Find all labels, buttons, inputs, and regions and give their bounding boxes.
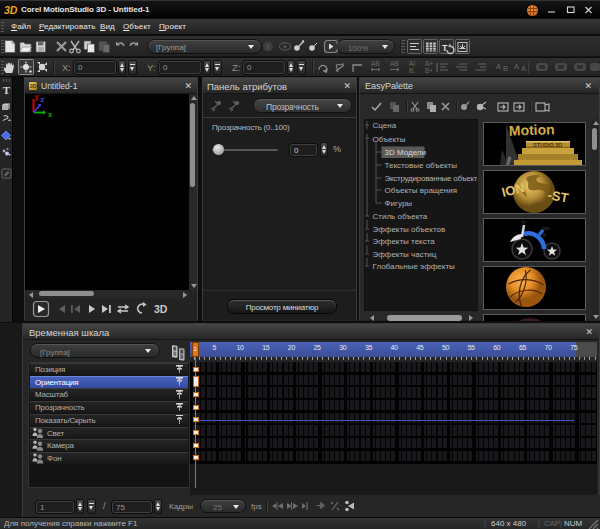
svg-text:A: A [521,64,526,73]
svg-text:Экструдированные объект: Экструдированные объект [385,174,478,183]
svg-text:B.: B. [409,67,415,74]
svg-text:AI: AI [409,60,415,67]
svg-text:A+: A+ [425,60,433,67]
svg-text:y: y [35,92,40,101]
svg-text:Эффекты частиц: Эффекты частиц [373,250,437,259]
svg-text:3D: 3D [154,303,168,315]
svg-text:Объекты вращения: Объекты вращения [385,186,458,195]
svg-text:Объекты: Объекты [373,135,406,144]
svg-text:Глобальные эффекты: Глобальные эффекты [373,262,456,271]
svg-text:z: z [41,95,45,104]
svg-text:Текстовые объекты: Текстовые объекты [385,161,458,170]
svg-text:STUDIO 3D: STUDIO 3D [533,142,562,148]
svg-text:x: x [48,110,53,119]
svg-text:Motion: Motion [509,121,555,139]
svg-text:B+: B+ [425,67,433,74]
svg-text:Фигуры: Фигуры [385,199,413,208]
svg-text:AB: AB [390,60,399,67]
svg-text:AB: AB [371,60,380,67]
svg-text:Эффекты объектов: Эффекты объектов [373,225,446,234]
svg-text:Эффекты текста: Эффекты текста [373,237,436,246]
svg-text:3D Модели: 3D Модели [385,148,426,157]
svg-text:A: A [514,62,519,71]
svg-text:A: A [496,62,501,71]
svg-text:T: T [3,84,11,96]
svg-text:Стиль объекта: Стиль объекта [373,212,428,221]
svg-text:B: B [503,64,508,73]
svg-text:Сцена: Сцена [373,121,397,130]
